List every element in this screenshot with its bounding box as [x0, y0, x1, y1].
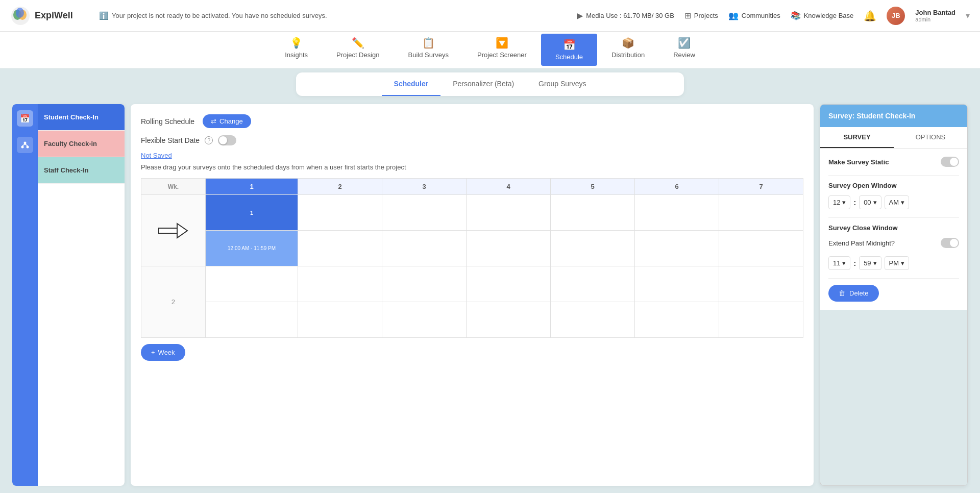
- add-week-button[interactable]: + Week: [141, 344, 185, 361]
- close-ampm-select[interactable]: PM ▾: [885, 256, 910, 270]
- close-ampm-chevron: ▾: [901, 259, 904, 267]
- drag-hint: Please drag your surveys onto the schedu…: [141, 163, 803, 171]
- make-static-label: Make Survey Static: [828, 158, 889, 166]
- flexible-info-icon[interactable]: ?: [205, 136, 213, 144]
- extend-midnight-row: Extend Past Midnight?: [828, 238, 959, 248]
- logo-area: ExpiWell: [10, 6, 87, 26]
- right-panel: Survey: Student Check-In SURVEY OPTIONS …: [820, 104, 968, 486]
- tab-project-design[interactable]: ✏️ Project Design: [322, 32, 394, 68]
- extend-midnight-toggle[interactable]: [941, 238, 959, 248]
- open-hour-select[interactable]: 12 ▾: [828, 195, 850, 209]
- sub-tab-scheduler[interactable]: Scheduler: [382, 72, 441, 96]
- tab-distribution[interactable]: 📦 Distribution: [597, 32, 659, 68]
- calendar-sidebar-icon[interactable]: 📅: [17, 110, 33, 127]
- sub-tab-personalizer[interactable]: Personalizer (Beta): [440, 72, 526, 96]
- week-2-row-lower: [141, 302, 803, 338]
- week-1-day-5-upper: [551, 195, 635, 231]
- close-hour-select[interactable]: 11 ▾: [828, 256, 850, 270]
- tab-schedule[interactable]: 📅 Schedule: [541, 34, 597, 66]
- tab-project-screener[interactable]: 🔽 Project Screener: [463, 32, 541, 68]
- distribution-icon: 📦: [622, 37, 634, 49]
- week-1-day-1-upper: 1: [205, 195, 298, 231]
- survey-item-faculty-check-in[interactable]: Faculty Check-in: [38, 131, 125, 157]
- project-screener-icon: 🔽: [496, 37, 508, 49]
- info-icon: ℹ️: [99, 11, 109, 20]
- review-icon: ☑️: [678, 37, 691, 49]
- media-use-item[interactable]: ▶ Media Use : 61.70 MB/ 30 GB: [577, 11, 674, 20]
- close-hour-value: 11: [833, 259, 840, 267]
- projects-item[interactable]: ⊞ Projects: [684, 11, 718, 20]
- delete-button[interactable]: 🗑 Delete: [828, 285, 879, 302]
- calendar-grid: Wk. 1 2 3 4 5 6 7: [141, 178, 803, 338]
- user-info: John Bantad admin: [915, 9, 955, 22]
- open-window-label: Survey Open Window: [828, 182, 959, 189]
- close-min-select[interactable]: 59 ▾: [859, 256, 881, 270]
- week-1-day-2-upper: [298, 195, 382, 231]
- week-2-day-1-upper: [205, 266, 298, 302]
- week-1-day-2-lower: [298, 231, 382, 266]
- make-static-toggle[interactable]: [941, 157, 959, 167]
- extend-midnight-label: Extend Past Midnight?: [828, 239, 895, 247]
- right-panel-tabs: SURVEY OPTIONS: [820, 127, 967, 149]
- open-ampm-select[interactable]: AM ▾: [885, 195, 910, 209]
- right-panel-header: Survey: Student Check-In: [820, 105, 967, 127]
- week-1-arrow-cell: [141, 195, 206, 266]
- tab-project-design-label: Project Design: [336, 51, 380, 59]
- open-min-select[interactable]: 00 ▾: [859, 195, 881, 209]
- survey-item-staff-check-in[interactable]: Staff Check-In: [38, 157, 125, 184]
- week-1-day-3-lower: [382, 231, 467, 266]
- build-surveys-icon: 📋: [422, 37, 435, 49]
- flexible-row: Flexible Start Date ?: [141, 135, 803, 145]
- flexible-toggle[interactable]: [218, 135, 236, 145]
- divider-1: [828, 175, 959, 176]
- week-1-day-6-upper: [635, 195, 719, 231]
- svg-line-8: [25, 144, 28, 146]
- bell-icon: 🔔: [864, 10, 876, 21]
- communities-label: Communities: [742, 12, 780, 19]
- insights-icon: 💡: [290, 37, 303, 49]
- week-2-day-6-upper: [635, 266, 719, 302]
- network-sidebar-icon[interactable]: [17, 137, 33, 153]
- main-layout: 📅 Student Check-In Faculty Check-in Staf…: [0, 96, 980, 493]
- week-1-day-4-lower: [467, 231, 551, 266]
- tab-build-surveys[interactable]: 📋 Build Surveys: [394, 32, 463, 68]
- knowledge-base-item[interactable]: 📚 Knowledge Base: [791, 11, 854, 20]
- week-1-day-5-lower: [551, 231, 635, 266]
- open-hour-chevron: ▾: [842, 199, 846, 206]
- open-min-value: 00: [864, 199, 871, 206]
- week-2-day-3-upper: [382, 266, 467, 302]
- change-button[interactable]: ⇄ Change: [203, 114, 251, 128]
- book-icon: 📚: [791, 11, 801, 20]
- communities-item[interactable]: 👥 Communities: [728, 11, 780, 20]
- tab-insights[interactable]: 💡 Insights: [271, 32, 322, 68]
- close-min-chevron: ▾: [873, 259, 877, 267]
- notification-bell[interactable]: 🔔: [864, 10, 876, 22]
- tab-review[interactable]: ☑️ Review: [659, 32, 709, 68]
- logo-text: ExpiWell: [35, 10, 73, 21]
- week-1-day-1-lower: 12:00 AM - 11:59 PM: [205, 231, 298, 266]
- week-2-day-3-lower: [382, 302, 467, 338]
- week-2-day-4-upper: [467, 266, 551, 302]
- open-min-chevron: ▾: [873, 199, 877, 206]
- week-2-day-1-lower: [205, 302, 298, 338]
- sub-tab-group-surveys[interactable]: Group Surveys: [526, 72, 598, 96]
- close-window-label: Survey Close Window: [828, 224, 959, 232]
- close-min-value: 59: [864, 259, 871, 267]
- media-use-label: Media Use : 61.70 MB/ 30 GB: [586, 12, 674, 19]
- user-role: admin: [915, 16, 955, 22]
- scheduler-panel: Rolling Schedule ⇄ Change Flexible Start…: [131, 104, 814, 486]
- rpanel-tab-survey[interactable]: SURVEY: [820, 127, 894, 148]
- not-saved-label[interactable]: Not Saved: [141, 152, 803, 159]
- logo-icon: [10, 6, 31, 26]
- change-icon: ⇄: [211, 117, 216, 125]
- rpanel-tab-options[interactable]: OPTIONS: [894, 127, 967, 148]
- play-icon: ▶: [577, 11, 583, 20]
- topbar-right: ▶ Media Use : 61.70 MB/ 30 GB ⊞ Projects…: [577, 7, 970, 25]
- week-2-row-upper: 2: [141, 266, 803, 302]
- user-dropdown-icon[interactable]: ▾: [966, 11, 970, 20]
- survey-item-student-check-in[interactable]: Student Check-In: [38, 104, 125, 131]
- add-week-label: Week: [158, 349, 175, 356]
- week-2-day-4-lower: [467, 302, 551, 338]
- tab-project-screener-label: Project Screener: [477, 51, 527, 59]
- day-header-5: 5: [551, 179, 635, 195]
